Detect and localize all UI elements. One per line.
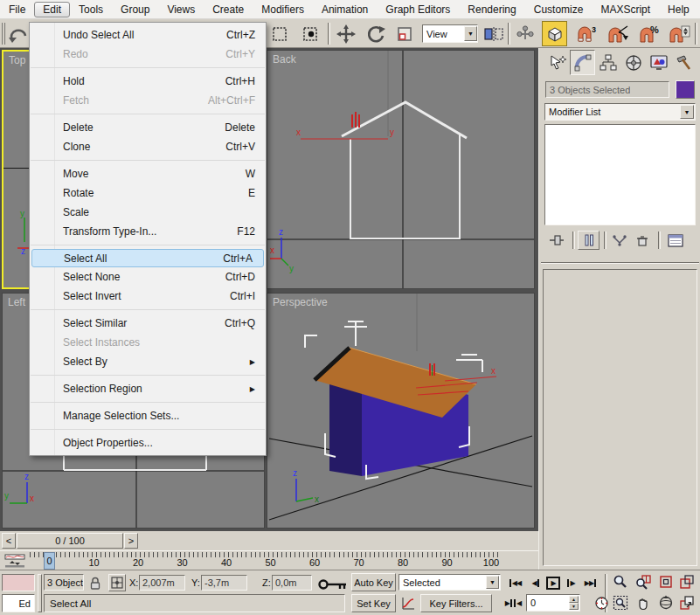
menubar-item-group[interactable]: Group	[112, 2, 158, 17]
menu-item-manage-selection-sets[interactable]: Manage Selection Sets...	[30, 406, 266, 425]
menu-item-select-by[interactable]: Select By▶	[30, 352, 266, 371]
snap-3d-icon[interactable]: 3	[572, 22, 600, 46]
previous-frame-button[interactable]: <	[2, 533, 16, 549]
menubar-item-edit[interactable]: Edit	[34, 2, 70, 17]
menu-item-hold[interactable]: HoldCtrl+H	[30, 72, 266, 91]
coord-y-field[interactable]: -3,7m	[201, 575, 247, 591]
selection-name-field[interactable]: 3 Objects Selected	[545, 81, 669, 98]
key-mode-toggle[interactable]: ▶◀	[504, 595, 522, 612]
coord-z-field[interactable]: 0,0m	[272, 575, 312, 591]
menu-item-rotate[interactable]: RotateE	[30, 183, 266, 203]
menubar-item-tools[interactable]: Tools	[70, 2, 112, 17]
current-frame-marker[interactable]: 0	[44, 552, 55, 570]
back-viewport-canvas[interactable]: x y z x y	[267, 51, 534, 288]
chevron-down-icon[interactable]: ▼	[464, 26, 477, 41]
menu-item-select-similar[interactable]: Select SimilarCtrl+Q	[30, 314, 266, 333]
set-key-button[interactable]: Set Key	[351, 594, 396, 612]
menubar-item-rendering[interactable]: Rendering	[459, 2, 524, 17]
maxscript-mini-listener-pink[interactable]	[2, 574, 35, 591]
selection-count-box[interactable]: 3 Objects	[44, 574, 84, 591]
show-end-result-button[interactable]	[578, 231, 600, 250]
menubar-item-help[interactable]: Help	[659, 2, 698, 17]
track-bar[interactable]: 102030405060708090100 0	[0, 550, 538, 570]
select-and-scale-icon[interactable]	[392, 22, 417, 46]
spinner-down-icon[interactable]: ▼	[569, 603, 579, 610]
menubar-item-customize[interactable]: Customize	[525, 2, 593, 17]
snaps-toggle-button[interactable]	[542, 21, 567, 46]
menubar-item-animation[interactable]: Animation	[313, 2, 377, 17]
selection-lock-icon[interactable]	[87, 575, 103, 591]
selection-region-icon[interactable]	[267, 23, 292, 45]
time-slider-handle[interactable]: 0 / 100	[17, 533, 123, 549]
tab-motion[interactable]	[620, 50, 646, 75]
menu-item-transform-type-in[interactable]: Transform Type-In...F12	[30, 222, 266, 241]
menubar-item-graph-editors[interactable]: Graph Editors	[377, 2, 459, 17]
selection-filter-icon[interactable]	[298, 23, 322, 45]
pan-hand-button[interactable]	[634, 594, 652, 612]
viewport-perspective[interactable]: Perspective x	[267, 293, 535, 529]
selection-set-dropdown[interactable]: Selected ▼	[399, 574, 501, 591]
tab-modify[interactable]	[570, 50, 595, 75]
angle-snap-icon[interactable]	[604, 22, 632, 46]
zoom-extents-all-button[interactable]	[677, 573, 696, 591]
spinner-snap-icon[interactable]	[665, 22, 693, 46]
menu-item-delete[interactable]: DeleteDelete	[30, 118, 266, 137]
configure-modifier-sets-button[interactable]	[665, 231, 686, 249]
coord-x-field[interactable]: 2,007m	[139, 575, 185, 591]
menubar-item-file[interactable]: File	[0, 2, 34, 17]
menu-item-select-none[interactable]: Select NoneCtrl+D	[30, 267, 266, 287]
select-and-manipulate-icon[interactable]	[512, 22, 538, 46]
object-color-swatch[interactable]	[676, 80, 695, 99]
open-mini-curve-editor-button[interactable]	[3, 553, 26, 569]
next-frame-button[interactable]: ▶	[563, 574, 579, 591]
next-frame-button[interactable]: >	[124, 533, 138, 549]
spinner-up-icon[interactable]: ▲	[569, 596, 579, 603]
menu-item-undo-select-all[interactable]: Undo Select AllCtrl+Z	[30, 25, 266, 45]
modifier-stack-list[interactable]	[544, 124, 696, 225]
key-filters-button[interactable]: Key Filters...	[420, 594, 492, 612]
mirror-icon[interactable]	[481, 22, 507, 46]
time-configuration-button[interactable]	[593, 594, 611, 612]
select-and-move-icon[interactable]	[333, 22, 359, 46]
menu-item-select-invert[interactable]: Select InvertCtrl+I	[30, 287, 266, 306]
auto-key-button[interactable]: Auto Key	[351, 573, 396, 591]
tab-hierarchy[interactable]	[595, 50, 620, 75]
chevron-down-icon[interactable]: ▼	[486, 576, 499, 589]
pin-stack-button[interactable]	[546, 231, 567, 249]
menu-item-clone[interactable]: CloneCtrl+V	[30, 137, 266, 156]
listener-splitter[interactable]	[38, 574, 42, 612]
orbit-button[interactable]	[656, 594, 675, 612]
previous-frame-button[interactable]: ◀	[528, 574, 544, 591]
menu-item-move[interactable]: MoveW	[30, 164, 266, 183]
percent-snap-icon[interactable]: %	[635, 22, 663, 46]
play-button[interactable]: ▶	[545, 574, 561, 591]
menu-item-selection-region[interactable]: Selection Region▶	[30, 379, 266, 398]
zoom-region-button[interactable]	[611, 594, 629, 612]
menu-item-select-all[interactable]: Select AllCtrl+A	[31, 249, 264, 267]
tab-create[interactable]	[544, 50, 570, 75]
zoom-button[interactable]	[611, 573, 629, 591]
select-and-rotate-icon[interactable]	[363, 22, 389, 46]
undo-icon[interactable]	[7, 23, 30, 45]
menubar-item-modifiers[interactable]: Modifiers	[253, 2, 313, 17]
set-key-mode-key-icon[interactable]	[316, 577, 350, 592]
modifier-list-dropdown[interactable]: Modifier List ▼	[544, 103, 696, 121]
maximize-viewport-toggle[interactable]	[677, 594, 696, 612]
chevron-down-icon[interactable]: ▼	[680, 105, 694, 119]
go-to-start-button[interactable]: ◀◀	[504, 574, 525, 591]
viewport-back[interactable]: Back x y z x y	[267, 50, 535, 289]
menu-item-scale[interactable]: Scale	[30, 203, 266, 222]
menu-item-object-properties[interactable]: Object Properties...	[30, 433, 266, 453]
menubar-item-create[interactable]: Create	[204, 2, 253, 17]
zoom-extents-button[interactable]	[656, 573, 675, 591]
menubar-item-views[interactable]: Views	[158, 2, 204, 17]
make-unique-button[interactable]	[609, 231, 630, 249]
menubar-item-maxscript[interactable]: MAXScript	[592, 2, 659, 17]
zoom-all-button[interactable]	[634, 573, 652, 591]
rollout-area[interactable]	[543, 269, 697, 566]
current-frame-field[interactable]: 0 ▲ ▼	[526, 594, 580, 612]
default-in-out-tangents-button[interactable]	[399, 594, 418, 612]
toolbar-drag-handle[interactable]	[2, 23, 6, 45]
perspective-viewport-canvas[interactable]: x z x	[267, 294, 534, 528]
tab-utilities[interactable]	[671, 50, 697, 75]
